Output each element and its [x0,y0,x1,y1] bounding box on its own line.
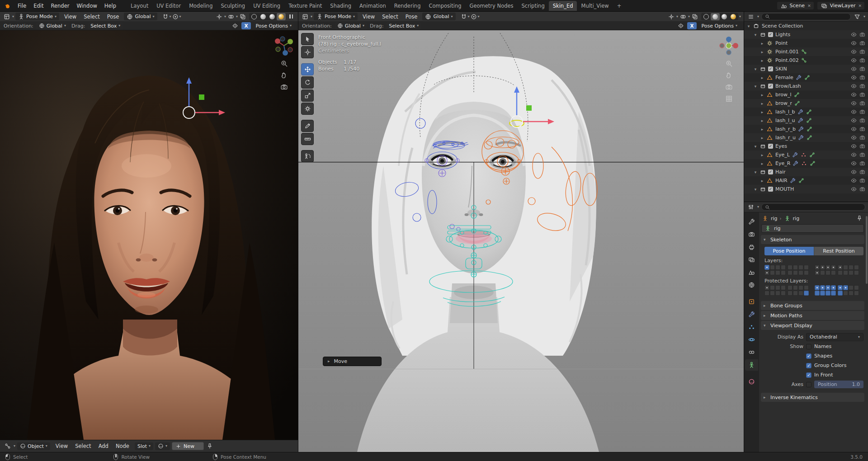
transform-orientation-dropdown[interactable]: Global▾ [124,13,157,20]
pause-render-button[interactable] [287,13,295,20]
viewport-menu-pose[interactable]: Pose [104,12,123,21]
layer-toggle[interactable] [804,270,809,275]
toggle-perspective-icon[interactable] [725,95,733,103]
viewport-menu-select[interactable]: Select [80,12,103,21]
outliner-row[interactable]: ▸lash_l_b [744,108,868,116]
shading-material-button[interactable] [720,13,729,20]
layer-toggle[interactable] [775,265,780,270]
expander-down-icon[interactable]: ▾ [753,187,758,192]
axis-gizmo[interactable] [274,36,294,56]
layer-toggle[interactable] [793,265,798,270]
tool-rotate[interactable] [301,76,314,89]
properties-tab-constraints[interactable] [745,347,758,358]
layer-toggle[interactable] [843,285,848,290]
layer-toggle[interactable] [843,270,848,275]
expander-right-icon[interactable]: ▸ [760,153,764,157]
properties-tab-object-data[interactable] [745,359,758,371]
checkbox-in-front[interactable]: ✓ [806,372,811,378]
outliner-row[interactable]: ▾✓Brow/Lash [744,82,868,90]
outliner-row[interactable]: ▾✓Lights [744,30,868,39]
disable-in-renders-toggle[interactable] [859,108,866,115]
outliner-row[interactable]: ▸Female [744,73,868,82]
layer-toggle[interactable] [854,285,859,290]
layer-toggle[interactable] [854,265,859,270]
shading-solid-button[interactable] [259,13,268,20]
menu-edit[interactable]: Edit [30,1,47,10]
shader-menu-node[interactable]: Node [112,442,133,451]
layer-toggle[interactable] [831,291,836,296]
hide-in-viewport-toggle[interactable] [850,108,857,115]
layer-toggle[interactable] [826,291,830,296]
disable-in-renders-toggle[interactable] [859,126,866,132]
snap-magnet-toggle[interactable] [460,13,468,20]
outliner-search-input[interactable] [761,13,851,20]
expander-right-icon[interactable]: ▸ [760,93,764,97]
outliner-row[interactable]: ▾✓Eyes [744,142,868,151]
hide-in-viewport-toggle[interactable] [850,117,857,124]
mirror-x-toggle[interactable]: X [687,22,696,29]
workspace-tab-layout[interactable]: Layout [127,1,152,11]
shader-menu-select[interactable]: Select [71,442,94,451]
shading-rendered-button[interactable] [729,13,738,20]
disable-in-renders-toggle[interactable] [859,100,866,107]
layer-toggle[interactable] [804,291,809,296]
layer-toggle[interactable] [798,265,803,270]
expander-down-icon[interactable]: ▾ [753,170,758,174]
properties-tab-object[interactable] [745,296,758,307]
outliner-row[interactable]: ▸lash_r_b [744,125,868,133]
menu-file[interactable]: File [14,1,30,10]
pin-icon[interactable] [855,215,863,222]
show-gizmos-toggle[interactable] [215,13,223,20]
panel-skeleton[interactable]: ▾Skeleton [761,235,864,244]
layer-toggle[interactable] [798,285,803,290]
hide-in-viewport-toggle[interactable] [850,169,857,175]
panel-motion-paths[interactable]: ▸Motion Paths [761,311,864,320]
orientation-setting-dropdown[interactable]: Global▾ [335,22,367,30]
layer-toggle[interactable] [775,285,780,290]
collection-checkbox[interactable]: ✓ [768,66,773,71]
layer-toggle[interactable] [838,285,843,290]
layer-toggle[interactable] [826,270,830,275]
layer-toggle[interactable] [843,265,848,270]
outliner-row[interactable]: ▸Point.001 [744,47,868,56]
workspace-tab-modeling[interactable]: Modeling [185,1,217,11]
outliner-row[interactable]: ▸brow_l [744,90,868,99]
viewport-menu-select[interactable]: Select [378,12,401,21]
layer-toggle[interactable] [820,291,825,296]
scrollbar[interactable] [866,216,868,284]
layer-toggle[interactable] [793,285,798,290]
disable-in-renders-toggle[interactable] [859,151,866,158]
pan-hand-icon[interactable] [280,71,288,79]
layer-toggle[interactable] [849,285,854,290]
panel-viewport-display[interactable]: ▾Viewport Display [761,321,864,330]
expander-down-icon[interactable]: ▾ [753,84,758,89]
hide-in-viewport-toggle[interactable] [850,40,857,47]
expander-right-icon[interactable]: ▸ [760,136,764,140]
properties-tab-output[interactable] [745,241,758,253]
collection-checkbox[interactable]: ✓ [768,169,773,174]
checkbox-axes[interactable] [806,382,811,387]
editor-type-icon[interactable] [747,13,755,20]
tool-tweak[interactable] [301,33,314,45]
outliner-row[interactable]: ▸Point [744,39,868,47]
disable-in-renders-toggle[interactable] [859,57,866,64]
xray-toggle[interactable] [691,13,699,20]
new-material-button[interactable]: New [172,442,204,450]
3d-viewport-rendered-canvas[interactable] [0,30,298,440]
unlink-view-layer-icon[interactable]: ✕ [858,4,862,8]
hide-in-viewport-toggle[interactable] [850,100,857,107]
layer-toggle[interactable] [820,285,825,290]
properties-search-input[interactable] [761,203,865,211]
properties-tab-tool[interactable] [745,216,758,227]
hide-in-viewport-toggle[interactable] [850,57,857,64]
layer-toggle[interactable] [826,285,830,290]
menu-render[interactable]: Render [47,1,73,10]
workspace-tab-animation[interactable]: Animation [355,1,390,11]
properties-tab-physics[interactable] [745,334,758,345]
disable-in-renders-toggle[interactable] [859,40,866,47]
layer-toggle[interactable] [770,270,775,275]
disable-in-renders-toggle[interactable] [859,48,866,55]
mode-dropdown[interactable]: Pose Mode▾ [314,13,358,20]
hide-in-viewport-toggle[interactable] [850,134,857,141]
expander-right-icon[interactable]: ▸ [760,110,764,114]
